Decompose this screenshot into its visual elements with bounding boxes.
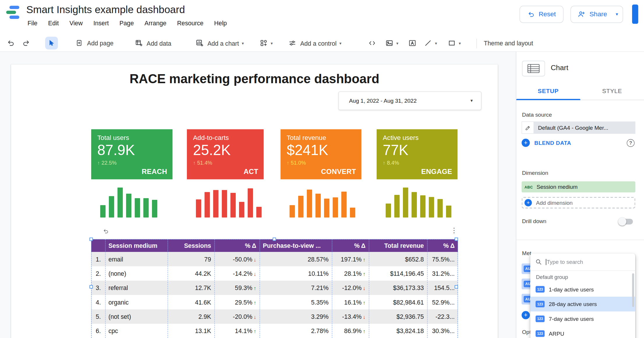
mini-bar-chart-engage[interactable]	[386, 187, 452, 218]
chevron-down-icon: ▾	[459, 41, 461, 45]
menu-help[interactable]: Help	[209, 18, 232, 29]
menu-page[interactable]: Page	[114, 18, 139, 29]
scorecard-value: 87.9K	[97, 142, 166, 158]
menu-arrange[interactable]: Arrange	[139, 18, 172, 29]
table-row[interactable]: 6.cpc13.1K14.1%↑2.78%86.9%↑$3,824.1830.3…	[91, 324, 458, 338]
tab-style[interactable]: STYLE	[580, 82, 644, 100]
scorecard-label: Total users	[97, 134, 166, 141]
add-metric-button[interactable]: +	[522, 311, 530, 319]
scorecard-convert[interactable]: Total revenue$241K↑51.0%CONVERT	[281, 129, 362, 179]
toolbar-redo-button[interactable]	[22, 39, 30, 47]
bar	[394, 195, 399, 218]
arrow-down-icon: ↓	[254, 271, 256, 277]
shape-tool-icon	[448, 39, 456, 47]
add-image-button[interactable]: ▾	[385, 39, 398, 47]
chart-type-table-icon[interactable]	[522, 61, 545, 77]
selection-handle[interactable]	[455, 238, 458, 241]
drill-down-row: Drill down	[522, 218, 635, 224]
scorecard-engage[interactable]: Active users77K↑8.4%ENGAGE	[377, 129, 458, 179]
report-title[interactable]: Smart Insights example dashboard	[26, 4, 185, 16]
theme-and-layout-button[interactable]: Theme and layout	[484, 40, 533, 47]
edit-data-source-icon[interactable]	[522, 122, 534, 134]
picker-options: 1231-day active users12328-day active us…	[530, 282, 635, 338]
chevron-down-icon: ▾	[435, 41, 437, 45]
bar	[117, 188, 123, 218]
community-visualizations-button[interactable]: ▾	[260, 39, 273, 47]
data-table[interactable]: Session mediumSessions% ΔPurchase-to-vie…	[91, 239, 458, 338]
select-tool-button[interactable]	[45, 37, 58, 49]
drill-down-toggle[interactable]	[619, 218, 633, 224]
line-tool-icon	[424, 39, 432, 47]
properties-panel: Chart SETUP STYLE Data source Default (G…	[516, 52, 644, 338]
menu-insert[interactable]: Insert	[88, 18, 114, 29]
chart-menu-kebab-icon[interactable]: ⋮	[451, 226, 458, 235]
scrollbar-thumb[interactable]	[632, 273, 634, 307]
table-row[interactable]: 5.(not set)2.9K-20.0%↓3.29%-13.4%↓$2,936…	[91, 309, 458, 324]
dimension-chip[interactable]: ABC Session medium	[522, 182, 636, 193]
mini-bar-chart-reach[interactable]	[100, 187, 157, 218]
bar	[315, 194, 321, 218]
bar	[333, 198, 338, 218]
selection-handle[interactable]	[273, 238, 276, 241]
add-page-icon	[76, 39, 84, 47]
menu-file[interactable]: File	[22, 18, 43, 29]
toolbar-undo-button[interactable]	[7, 39, 15, 47]
bar	[324, 199, 329, 218]
edit-toolbar: Add page Add data Add a chart ▾ ▾ Add a …	[0, 35, 644, 52]
bar	[239, 202, 244, 218]
undo-icon	[7, 39, 15, 47]
selection-handle[interactable]	[90, 238, 93, 241]
embed-url-button[interactable]	[368, 39, 376, 47]
menu-view[interactable]: View	[64, 18, 88, 29]
dimension-type-badge: ABC	[524, 185, 533, 189]
picker-option[interactable]: 123ARPU	[530, 326, 635, 338]
user-avatar[interactable]	[632, 5, 638, 24]
table-row[interactable]: 2.(none)44.2K-14.2%↓10.11%28.1%↑$114,196…	[91, 266, 458, 281]
table-row[interactable]: 3.referral12.7K59.3%↑7.21%-12.0%↓$36,173…	[91, 281, 458, 295]
scorecard-act[interactable]: Add-to-carts25.2K↑51.4%ACT	[187, 129, 264, 179]
add-line-button[interactable]: ▾	[424, 39, 437, 47]
picker-option[interactable]: 1237-day active users	[530, 312, 635, 326]
selection-handle[interactable]	[90, 285, 93, 288]
picker-option[interactable]: 12328-day active users	[530, 297, 635, 312]
table-row[interactable]: 1.email79-50.0%↓28.57%197.1%↑$652.875.5%…	[91, 252, 458, 266]
mini-bar-chart-convert[interactable]	[290, 187, 355, 218]
metric-label: Met	[522, 250, 531, 257]
add-control-button[interactable]: Add a control ▾	[288, 39, 342, 47]
add-chart-button[interactable]: Add a chart ▾	[195, 39, 244, 47]
add-dimension-button[interactable]: + Add dimension	[522, 197, 636, 208]
reset-button[interactable]: Reset	[519, 6, 564, 23]
table-row[interactable]: 4.organic41.6K29.5%↑5.35%16.1%↑$82,984.6…	[91, 295, 458, 309]
selection-handle[interactable]	[455, 285, 458, 288]
add-text-button[interactable]	[408, 39, 416, 47]
bar	[429, 197, 434, 218]
arrow-down-icon: ↓	[254, 314, 256, 320]
bar	[298, 196, 303, 218]
data-source-chip[interactable]: Default (GA4 - Google Mer...	[522, 122, 636, 134]
chart-header-undo-icon[interactable]	[103, 228, 109, 234]
undo-icon	[527, 10, 535, 18]
blend-data-button[interactable]: + BLEND DATA ?	[522, 139, 636, 147]
share-dropdown-button[interactable]: ▾	[611, 11, 623, 17]
menu-resource[interactable]: Resource	[172, 18, 209, 29]
report-canvas: RACE marketing performance dashboard Aug…	[0, 52, 516, 338]
report-page[interactable]: RACE marketing performance dashboard Aug…	[11, 64, 498, 338]
arrow-up-icon: ↑	[363, 328, 365, 335]
metric-search-input[interactable]: Type to search	[530, 254, 635, 271]
redo-icon	[22, 39, 30, 47]
scorecard-tag: REACH	[142, 168, 167, 176]
scorecard-delta: ↑22.5%	[97, 160, 166, 166]
arrow-down-icon: ↓	[254, 257, 256, 263]
picker-option[interactable]: 1231-day active users	[530, 282, 635, 297]
looker-studio-logo-icon[interactable]	[6, 5, 22, 19]
tab-setup[interactable]: SETUP	[516, 82, 580, 100]
menu-edit[interactable]: Edit	[43, 18, 64, 29]
add-page-button[interactable]: Add page	[76, 39, 114, 47]
add-shape-button[interactable]: ▾	[448, 39, 461, 47]
mini-bar-chart-act[interactable]	[196, 187, 262, 218]
help-icon[interactable]: ?	[627, 139, 635, 147]
share-button[interactable]: Share	[571, 10, 611, 18]
add-data-button[interactable]: Add data	[135, 39, 171, 47]
bar	[256, 207, 261, 218]
scorecard-reach[interactable]: Total users87.9K↑22.5%REACH	[91, 129, 172, 179]
